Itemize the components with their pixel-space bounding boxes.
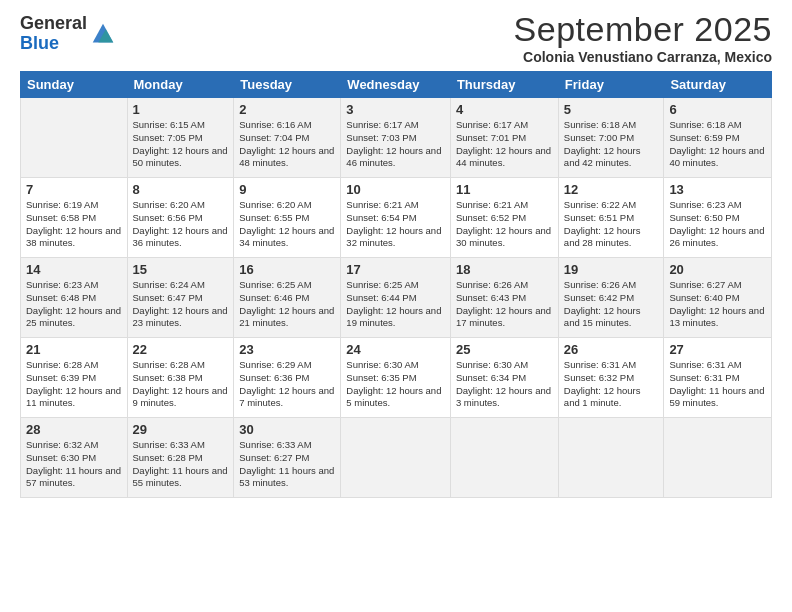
table-cell: 11Sunrise: 6:21 AM Sunset: 6:52 PM Dayli…	[450, 178, 558, 258]
table-cell: 8Sunrise: 6:20 AM Sunset: 6:56 PM Daylig…	[127, 178, 234, 258]
day-number: 23	[239, 342, 335, 357]
logo-text: General Blue	[20, 14, 87, 54]
table-cell: 20Sunrise: 6:27 AM Sunset: 6:40 PM Dayli…	[664, 258, 772, 338]
day-info: Sunrise: 6:17 AM Sunset: 7:01 PM Dayligh…	[456, 119, 553, 170]
table-cell: 18Sunrise: 6:26 AM Sunset: 6:43 PM Dayli…	[450, 258, 558, 338]
logo-icon	[89, 20, 117, 48]
day-info: Sunrise: 6:18 AM Sunset: 7:00 PM Dayligh…	[564, 119, 659, 170]
table-cell: 10Sunrise: 6:21 AM Sunset: 6:54 PM Dayli…	[341, 178, 451, 258]
header: General Blue September 2025 Colonia Venu…	[20, 10, 772, 65]
table-cell: 2Sunrise: 6:16 AM Sunset: 7:04 PM Daylig…	[234, 98, 341, 178]
table-cell	[558, 418, 664, 498]
table-cell: 26Sunrise: 6:31 AM Sunset: 6:32 PM Dayli…	[558, 338, 664, 418]
day-number: 15	[133, 262, 229, 277]
day-info: Sunrise: 6:19 AM Sunset: 6:58 PM Dayligh…	[26, 199, 122, 250]
table-cell	[450, 418, 558, 498]
day-number: 9	[239, 182, 335, 197]
day-info: Sunrise: 6:21 AM Sunset: 6:54 PM Dayligh…	[346, 199, 445, 250]
calendar-row: 7Sunrise: 6:19 AM Sunset: 6:58 PM Daylig…	[21, 178, 772, 258]
day-info: Sunrise: 6:33 AM Sunset: 6:27 PM Dayligh…	[239, 439, 335, 490]
day-info: Sunrise: 6:20 AM Sunset: 6:56 PM Dayligh…	[133, 199, 229, 250]
table-cell: 4Sunrise: 6:17 AM Sunset: 7:01 PM Daylig…	[450, 98, 558, 178]
location: Colonia Venustiano Carranza, Mexico	[514, 49, 772, 65]
day-number: 18	[456, 262, 553, 277]
day-number: 17	[346, 262, 445, 277]
table-cell: 19Sunrise: 6:26 AM Sunset: 6:42 PM Dayli…	[558, 258, 664, 338]
col-wednesday: Wednesday	[341, 72, 451, 98]
calendar-row: 14Sunrise: 6:23 AM Sunset: 6:48 PM Dayli…	[21, 258, 772, 338]
day-info: Sunrise: 6:25 AM Sunset: 6:44 PM Dayligh…	[346, 279, 445, 330]
day-info: Sunrise: 6:16 AM Sunset: 7:04 PM Dayligh…	[239, 119, 335, 170]
day-number: 28	[26, 422, 122, 437]
day-number: 29	[133, 422, 229, 437]
table-cell: 1Sunrise: 6:15 AM Sunset: 7:05 PM Daylig…	[127, 98, 234, 178]
day-number: 6	[669, 102, 766, 117]
day-info: Sunrise: 6:31 AM Sunset: 6:32 PM Dayligh…	[564, 359, 659, 410]
page: General Blue September 2025 Colonia Venu…	[0, 0, 792, 612]
table-cell: 28Sunrise: 6:32 AM Sunset: 6:30 PM Dayli…	[21, 418, 128, 498]
day-info: Sunrise: 6:20 AM Sunset: 6:55 PM Dayligh…	[239, 199, 335, 250]
calendar-row: 1Sunrise: 6:15 AM Sunset: 7:05 PM Daylig…	[21, 98, 772, 178]
day-info: Sunrise: 6:29 AM Sunset: 6:36 PM Dayligh…	[239, 359, 335, 410]
col-sunday: Sunday	[21, 72, 128, 98]
day-number: 20	[669, 262, 766, 277]
day-number: 22	[133, 342, 229, 357]
table-cell: 27Sunrise: 6:31 AM Sunset: 6:31 PM Dayli…	[664, 338, 772, 418]
calendar-table: Sunday Monday Tuesday Wednesday Thursday…	[20, 71, 772, 498]
day-info: Sunrise: 6:23 AM Sunset: 6:48 PM Dayligh…	[26, 279, 122, 330]
day-info: Sunrise: 6:22 AM Sunset: 6:51 PM Dayligh…	[564, 199, 659, 250]
table-cell	[21, 98, 128, 178]
day-number: 19	[564, 262, 659, 277]
logo: General Blue	[20, 14, 117, 54]
day-number: 3	[346, 102, 445, 117]
table-cell: 25Sunrise: 6:30 AM Sunset: 6:34 PM Dayli…	[450, 338, 558, 418]
title-section: September 2025 Colonia Venustiano Carran…	[514, 10, 772, 65]
table-cell: 22Sunrise: 6:28 AM Sunset: 6:38 PM Dayli…	[127, 338, 234, 418]
table-cell: 17Sunrise: 6:25 AM Sunset: 6:44 PM Dayli…	[341, 258, 451, 338]
day-number: 24	[346, 342, 445, 357]
day-info: Sunrise: 6:24 AM Sunset: 6:47 PM Dayligh…	[133, 279, 229, 330]
col-saturday: Saturday	[664, 72, 772, 98]
day-info: Sunrise: 6:17 AM Sunset: 7:03 PM Dayligh…	[346, 119, 445, 170]
day-number: 14	[26, 262, 122, 277]
table-cell: 15Sunrise: 6:24 AM Sunset: 6:47 PM Dayli…	[127, 258, 234, 338]
table-cell: 6Sunrise: 6:18 AM Sunset: 6:59 PM Daylig…	[664, 98, 772, 178]
day-number: 11	[456, 182, 553, 197]
day-number: 5	[564, 102, 659, 117]
table-cell: 3Sunrise: 6:17 AM Sunset: 7:03 PM Daylig…	[341, 98, 451, 178]
day-info: Sunrise: 6:31 AM Sunset: 6:31 PM Dayligh…	[669, 359, 766, 410]
table-cell: 12Sunrise: 6:22 AM Sunset: 6:51 PM Dayli…	[558, 178, 664, 258]
day-info: Sunrise: 6:28 AM Sunset: 6:38 PM Dayligh…	[133, 359, 229, 410]
calendar-row: 28Sunrise: 6:32 AM Sunset: 6:30 PM Dayli…	[21, 418, 772, 498]
day-info: Sunrise: 6:15 AM Sunset: 7:05 PM Dayligh…	[133, 119, 229, 170]
logo-general: General	[20, 14, 87, 34]
day-info: Sunrise: 6:21 AM Sunset: 6:52 PM Dayligh…	[456, 199, 553, 250]
day-info: Sunrise: 6:25 AM Sunset: 6:46 PM Dayligh…	[239, 279, 335, 330]
day-number: 12	[564, 182, 659, 197]
day-number: 30	[239, 422, 335, 437]
table-cell: 5Sunrise: 6:18 AM Sunset: 7:00 PM Daylig…	[558, 98, 664, 178]
table-cell	[341, 418, 451, 498]
month-title: September 2025	[514, 10, 772, 49]
day-info: Sunrise: 6:32 AM Sunset: 6:30 PM Dayligh…	[26, 439, 122, 490]
day-number: 26	[564, 342, 659, 357]
day-info: Sunrise: 6:30 AM Sunset: 6:35 PM Dayligh…	[346, 359, 445, 410]
table-cell: 9Sunrise: 6:20 AM Sunset: 6:55 PM Daylig…	[234, 178, 341, 258]
day-info: Sunrise: 6:30 AM Sunset: 6:34 PM Dayligh…	[456, 359, 553, 410]
day-number: 8	[133, 182, 229, 197]
day-number: 10	[346, 182, 445, 197]
table-cell: 24Sunrise: 6:30 AM Sunset: 6:35 PM Dayli…	[341, 338, 451, 418]
col-monday: Monday	[127, 72, 234, 98]
day-number: 16	[239, 262, 335, 277]
table-cell: 13Sunrise: 6:23 AM Sunset: 6:50 PM Dayli…	[664, 178, 772, 258]
table-cell: 16Sunrise: 6:25 AM Sunset: 6:46 PM Dayli…	[234, 258, 341, 338]
day-info: Sunrise: 6:18 AM Sunset: 6:59 PM Dayligh…	[669, 119, 766, 170]
day-number: 4	[456, 102, 553, 117]
day-number: 7	[26, 182, 122, 197]
day-number: 25	[456, 342, 553, 357]
col-friday: Friday	[558, 72, 664, 98]
day-number: 21	[26, 342, 122, 357]
table-cell: 21Sunrise: 6:28 AM Sunset: 6:39 PM Dayli…	[21, 338, 128, 418]
table-cell	[664, 418, 772, 498]
calendar-row: 21Sunrise: 6:28 AM Sunset: 6:39 PM Dayli…	[21, 338, 772, 418]
